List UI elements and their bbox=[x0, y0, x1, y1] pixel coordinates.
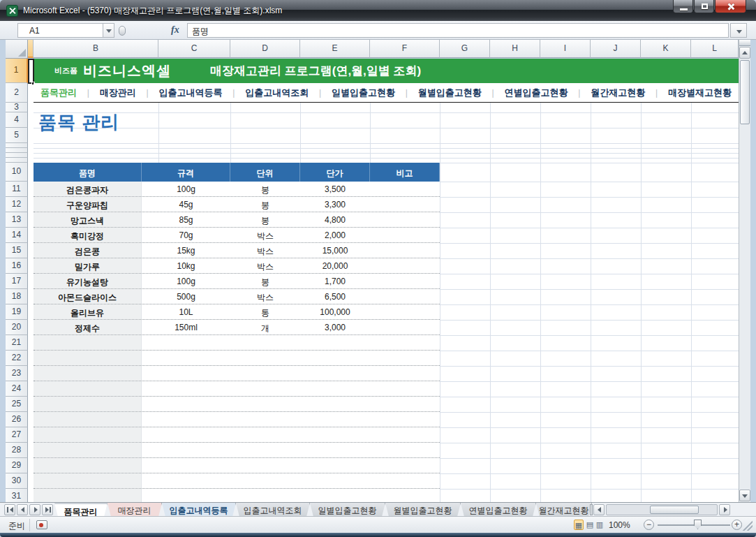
row-header-16[interactable]: 16 bbox=[6, 258, 28, 274]
cell-r17-c1[interactable]: 유기농설탕 bbox=[34, 274, 142, 288]
cell-r16-c1[interactable]: 밀가루 bbox=[34, 258, 142, 273]
row-header-14[interactable]: 14 bbox=[6, 228, 28, 243]
cell-r21-c2[interactable] bbox=[142, 335, 230, 350]
nav-item-9[interactable]: 매장별재고현황 bbox=[668, 87, 732, 99]
cell-r24-c4[interactable] bbox=[300, 381, 370, 396]
cell-r22-c5[interactable] bbox=[370, 351, 440, 365]
cell-r13-c4[interactable]: 4,800 bbox=[300, 212, 370, 227]
last-sheet-button[interactable] bbox=[42, 504, 53, 515]
next-sheet-button[interactable] bbox=[29, 504, 40, 515]
vertical-scroll-thumb[interactable] bbox=[740, 60, 750, 124]
select-all-corner[interactable] bbox=[6, 40, 28, 59]
cell-r21-c3[interactable] bbox=[230, 335, 300, 350]
insert-function-icon[interactable]: fx bbox=[171, 24, 186, 37]
cell-r18-c3[interactable]: 박스 bbox=[230, 289, 300, 304]
cell-r26-c5[interactable] bbox=[370, 412, 440, 427]
cell-r15-c4[interactable]: 15,000 bbox=[300, 243, 370, 258]
cell-r30-c3[interactable] bbox=[230, 473, 300, 488]
minimize-button[interactable] bbox=[673, 0, 693, 13]
cell-r19-c4[interactable]: 100,000 bbox=[300, 304, 370, 319]
cell-r17-c4[interactable]: 1,700 bbox=[300, 274, 370, 288]
cell-r31-c5[interactable] bbox=[370, 489, 440, 502]
macro-record-icon[interactable] bbox=[36, 520, 47, 529]
cell-r29-c2[interactable] bbox=[142, 458, 230, 473]
cell-r16-c5[interactable] bbox=[370, 258, 440, 273]
cell-r25-c3[interactable] bbox=[230, 397, 300, 411]
cell-r22-c3[interactable] bbox=[230, 351, 300, 365]
cell-r13-c1[interactable]: 망고스낵 bbox=[34, 212, 142, 227]
cell-r18-c1[interactable]: 아몬드슬라이스 bbox=[34, 289, 142, 304]
name-box-dropdown-icon[interactable] bbox=[103, 23, 114, 38]
cell-r30-c4[interactable] bbox=[300, 473, 370, 488]
nav-item-3[interactable]: 입출고내역등록 bbox=[159, 87, 223, 99]
page-break-view-button[interactable]: ▥ bbox=[595, 520, 605, 530]
cell-r27-c1[interactable] bbox=[34, 427, 142, 442]
column-header-H[interactable]: H bbox=[490, 40, 540, 58]
scrollbar-split-handle[interactable] bbox=[739, 40, 750, 46]
sheet-grid[interactable]: 비즈폼 비즈니스엑셀 매장재고관리 프로그램(연,월,일별 조회) 품목관리|매… bbox=[28, 59, 739, 502]
row-header-21[interactable]: 21 bbox=[6, 335, 28, 351]
cell-r17-c5[interactable] bbox=[370, 274, 440, 288]
cell-r12-c3[interactable]: 봉 bbox=[230, 197, 300, 212]
row-header-2[interactable]: 2 bbox=[6, 83, 28, 103]
cell-r24-c5[interactable] bbox=[370, 381, 440, 396]
row-header-4[interactable]: 4 bbox=[6, 112, 28, 128]
cell-r22-c4[interactable] bbox=[300, 351, 370, 365]
cell-r29-c4[interactable] bbox=[300, 458, 370, 473]
column-header-B[interactable]: B bbox=[34, 40, 158, 58]
cell-r17-c3[interactable]: 봉 bbox=[230, 274, 300, 288]
formula-bar-splitter[interactable] bbox=[119, 26, 126, 36]
cell-r12-c1[interactable]: 구운양파칩 bbox=[34, 197, 142, 212]
cell-r24-c3[interactable] bbox=[230, 381, 300, 396]
row-header-hidden-5[interactable] bbox=[6, 143, 28, 148]
column-header-I[interactable]: I bbox=[540, 40, 591, 58]
cell-r16-c2[interactable]: 10kg bbox=[142, 258, 230, 273]
cell-r26-c3[interactable] bbox=[230, 412, 300, 427]
cell-r28-c2[interactable] bbox=[142, 443, 230, 457]
nav-item-8[interactable]: 월간재고현황 bbox=[591, 87, 645, 99]
formula-bar-expand-button[interactable] bbox=[730, 23, 747, 38]
cell-r30-c2[interactable] bbox=[142, 473, 230, 488]
cell-r23-c4[interactable] bbox=[300, 366, 370, 381]
row-header-hidden-8[interactable] bbox=[6, 158, 28, 163]
sheet-tab-8[interactable]: 월간재고현황 bbox=[536, 503, 592, 517]
normal-view-button[interactable]: ▦ bbox=[574, 520, 584, 530]
cell-r19-c1[interactable]: 올리브유 bbox=[34, 304, 142, 319]
sheet-tab-4[interactable]: 입출고내역조회 bbox=[236, 503, 310, 517]
row-header-27[interactable]: 27 bbox=[6, 427, 28, 443]
cell-r24-c1[interactable] bbox=[34, 381, 142, 396]
row-header-28[interactable]: 28 bbox=[6, 443, 28, 458]
page-layout-view-button[interactable]: ▤ bbox=[585, 520, 595, 530]
zoom-slider-thumb[interactable] bbox=[694, 520, 702, 529]
row-header-3[interactable]: 3 bbox=[6, 103, 28, 112]
cell-r23-c5[interactable] bbox=[370, 366, 440, 381]
cell-r29-c5[interactable] bbox=[370, 458, 440, 473]
cell-r12-c5[interactable] bbox=[370, 197, 440, 212]
cell-r29-c1[interactable] bbox=[34, 458, 142, 473]
cell-r13-c3[interactable]: 봉 bbox=[230, 212, 300, 227]
cell-r18-c2[interactable]: 500g bbox=[142, 289, 230, 304]
cell-r25-c2[interactable] bbox=[142, 397, 230, 411]
cell-r19-c2[interactable]: 10L bbox=[142, 304, 230, 319]
column-header-J[interactable]: J bbox=[591, 40, 641, 58]
hscroll-left-button[interactable] bbox=[593, 504, 605, 515]
column-header-E[interactable]: E bbox=[300, 40, 370, 58]
cell-r20-c2[interactable]: 150ml bbox=[142, 320, 230, 334]
formula-input[interactable]: 품명 bbox=[187, 23, 729, 38]
cell-r11-c1[interactable]: 검은콩과자 bbox=[34, 182, 142, 196]
cell-r25-c5[interactable] bbox=[370, 397, 440, 411]
sheet-tab-2[interactable]: 매장관리 bbox=[108, 503, 162, 517]
cell-r12-c2[interactable]: 45g bbox=[142, 197, 230, 212]
cell-r14-c1[interactable]: 흑미강정 bbox=[34, 228, 142, 242]
cell-r11-c2[interactable]: 100g bbox=[142, 182, 230, 196]
cell-r22-c1[interactable] bbox=[34, 351, 142, 365]
cell-r24-c2[interactable] bbox=[142, 381, 230, 396]
cell-r18-c5[interactable] bbox=[370, 289, 440, 304]
cell-r11-c3[interactable]: 봉 bbox=[230, 182, 300, 196]
row-header-29[interactable]: 29 bbox=[6, 458, 28, 473]
scroll-down-button[interactable] bbox=[739, 490, 750, 501]
zoom-out-button[interactable]: − bbox=[644, 520, 654, 530]
prev-sheet-button[interactable] bbox=[17, 504, 28, 515]
row-header-30[interactable]: 30 bbox=[6, 473, 28, 489]
cell-r25-c4[interactable] bbox=[300, 397, 370, 411]
